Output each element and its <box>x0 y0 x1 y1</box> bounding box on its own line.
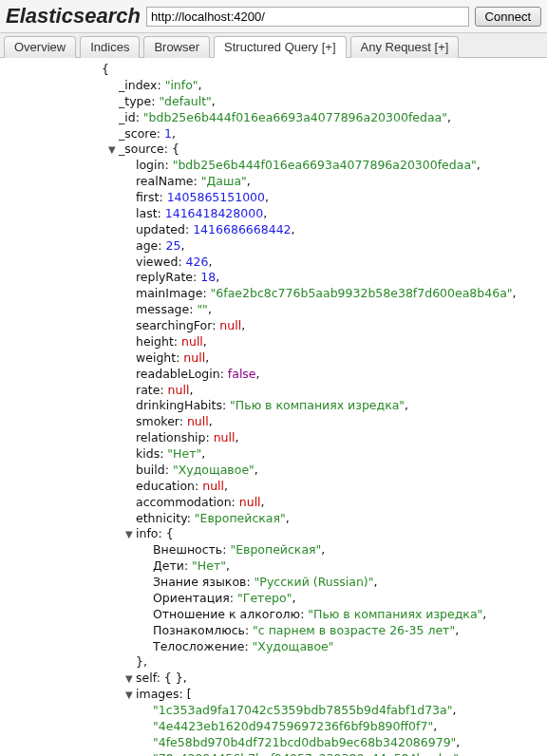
json-row[interactable]: ▼images: [ <box>6 687 541 703</box>
json-row: }, <box>6 654 541 671</box>
json-row: relationship: null, <box>6 430 541 446</box>
json-row: updated: 1416686668442, <box>6 222 541 238</box>
json-viewer: { _index: "info", _type: "default", _id:… <box>0 58 547 756</box>
top-bar: Elasticsearch Connect <box>0 0 547 33</box>
toggle-icon[interactable]: ▼ <box>108 143 119 157</box>
json-row: Дети: "Нет", <box>6 558 541 575</box>
json-row: "4fe58bd970b4df721bcd0dbab9ec68b34208697… <box>6 735 541 751</box>
json-row: "1c353ad9fa17042c5359bdb7855b9d4fabf1d73… <box>6 703 541 719</box>
connect-button[interactable]: Connect <box>475 7 541 27</box>
json-row: { <box>6 62 541 78</box>
brand-title: Elasticsearch <box>6 4 141 28</box>
json-row: Внешность: "Европейская", <box>6 542 541 558</box>
json-row: build: "Худощавое", <box>6 463 541 479</box>
json-row: education: null, <box>6 479 541 495</box>
toggle-icon[interactable]: ▼ <box>125 528 136 541</box>
json-row: replyRate: 18, <box>6 270 541 286</box>
json-row: mainImage: "6fae2bc8c776b5aab9932b58e38f… <box>6 286 541 302</box>
tab-any-request[interactable]: Any Request [+] <box>350 36 460 58</box>
json-row: ethnicity: "Европейская", <box>6 511 541 527</box>
toggle-icon[interactable]: ▼ <box>125 689 136 702</box>
json-row: login: "bdb25e6b444f016ea6693a4077896a20… <box>6 158 541 174</box>
json-row: message: "", <box>6 302 541 318</box>
json-row: drinkingHabits: "Пью в компаниях изредка… <box>6 398 541 414</box>
json-row: viewed: 426, <box>6 255 541 271</box>
json-row: Знание языков: "Русский (Russian)", <box>6 575 541 591</box>
json-row: _index: "info", <box>6 78 541 94</box>
json-row: last: 1416418428000, <box>6 206 541 222</box>
json-row: _score: 1, <box>6 126 541 142</box>
json-row: Телосложение: "Худощавое" <box>6 639 541 655</box>
json-row[interactable]: ▼self: { }, <box>6 671 541 687</box>
json-row: "78c42994456b7baf94057c239380a44e584baab… <box>6 751 541 756</box>
json-row: rate: null, <box>6 383 541 399</box>
json-row: first: 1405865151000, <box>6 190 541 206</box>
json-row: weight: null, <box>6 350 541 367</box>
tab-indices[interactable]: Indices <box>80 36 140 58</box>
url-input[interactable] <box>146 7 469 27</box>
toggle-icon[interactable]: ▼ <box>125 672 136 686</box>
json-row: _id: "bdb25e6b444f016ea6693a4077896a2030… <box>6 110 541 126</box>
json-row: Ориентация: "Гетеро", <box>6 591 541 607</box>
json-row: _type: "default", <box>6 94 541 110</box>
tab-browser[interactable]: Browser <box>143 36 210 58</box>
tab-overview[interactable]: Overview <box>4 36 76 58</box>
json-row: height: null, <box>6 334 541 350</box>
tab-bar: Overview Indices Browser Structured Quer… <box>0 33 547 58</box>
json-row: smoker: null, <box>6 414 541 430</box>
json-row: readableLogin: false, <box>6 367 541 383</box>
json-row: age: 25, <box>6 238 541 255</box>
json-row: searchingFor: null, <box>6 318 541 334</box>
json-row: accommodation: null, <box>6 495 541 511</box>
json-row: Познакомлюсь: "с парнем в возрасте 26-35… <box>6 623 541 639</box>
json-row: realName: "Даша", <box>6 174 541 190</box>
json-row: kids: "Нет", <box>6 446 541 463</box>
json-row: "4e4423eb1620d94759697236f6bf9b890ff0f7"… <box>6 719 541 735</box>
json-row[interactable]: ▼info: { <box>6 526 541 542</box>
tab-structured-query[interactable]: Structured Query [+] <box>214 36 346 58</box>
json-row[interactable]: ▼_source: { <box>6 142 541 158</box>
json-row: Отношение к алкоголю: "Пью в компаниях и… <box>6 607 541 623</box>
